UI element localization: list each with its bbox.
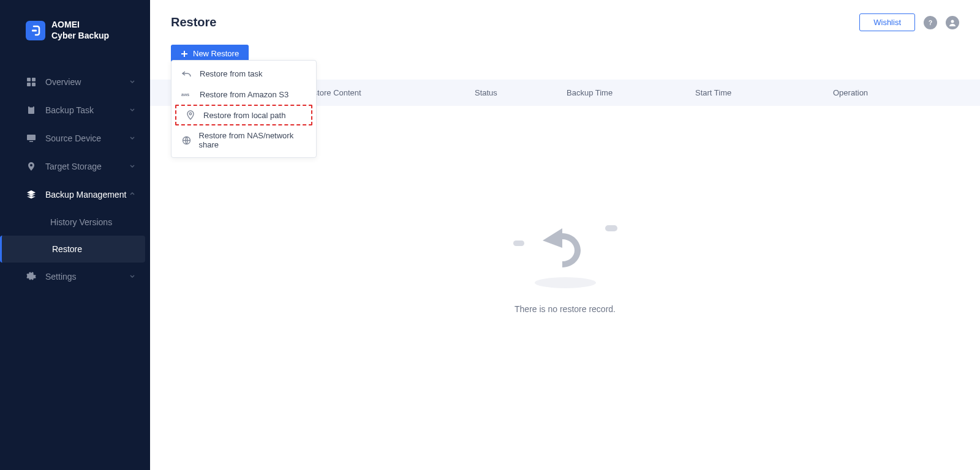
sidebar-item-label: Source Device — [45, 133, 129, 143]
gear-icon — [26, 271, 37, 282]
chevron-down-icon — [129, 106, 137, 114]
help-button[interactable]: ? — [924, 16, 937, 29]
chevron-down-icon — [129, 163, 137, 170]
svg-point-12 — [189, 113, 191, 114]
svg-rect-1 — [27, 78, 31, 81]
col-backup-time: Backup Time — [567, 88, 695, 97]
dashboard-icon — [26, 76, 37, 88]
col-restore-content: Restore Content — [303, 88, 475, 97]
svg-rect-6 — [29, 106, 33, 108]
dropdown-item-from-nas[interactable]: Restore from NAS/network share — [172, 125, 316, 155]
empty-illustration — [513, 222, 617, 289]
col-status: Status — [475, 88, 567, 97]
chevron-down-icon — [129, 78, 137, 86]
clipboard-icon — [26, 105, 37, 116]
chevron-down-icon — [129, 135, 137, 142]
dropdown-item-from-s3[interactable]: aws Restore from Amazon S3 — [172, 84, 316, 105]
svg-rect-0 — [32, 29, 37, 31]
monitor-icon — [26, 133, 37, 144]
svg-point-10 — [951, 20, 954, 23]
chevron-up-icon — [129, 191, 137, 198]
globe-icon — [181, 135, 192, 145]
dropdown-item-label: Restore from NAS/network share — [199, 131, 306, 149]
logo-area: AOMEI Cyber Backup — [0, 15, 150, 53]
sidebar-sub-label: Restore — [52, 244, 82, 254]
sidebar-sub-backup-management: History Versions Restore — [0, 209, 150, 263]
layers-icon — [26, 189, 37, 200]
dropdown-item-label: Restore from task — [200, 69, 263, 78]
sidebar-item-label: Settings — [45, 272, 129, 282]
sidebar-item-label: Backup Management — [45, 190, 129, 200]
sidebar-sub-label: History Versions — [50, 217, 112, 227]
sidebar-item-label: Target Storage — [45, 162, 129, 171]
empty-message: There is no restore record. — [514, 304, 616, 314]
sidebar: AOMEI Cyber Backup Overview Backup Task — [0, 0, 150, 470]
sidebar-item-overview[interactable]: Overview — [0, 68, 150, 96]
new-restore-dropdown: Restore from task aws Restore from Amazo… — [171, 60, 317, 158]
brand-line1: AOMEI — [51, 20, 109, 31]
cloud-icon — [513, 241, 524, 246]
user-icon — [948, 18, 957, 27]
dropdown-item-label: Restore from local path — [203, 111, 285, 120]
col-start-time: Start Time — [695, 88, 833, 97]
svg-text:?: ? — [929, 19, 932, 26]
main-content: Restore Wishlist ? New Restore — [150, 0, 980, 470]
new-restore-label: New Restore — [193, 49, 239, 58]
user-avatar-button[interactable] — [946, 16, 959, 29]
svg-rect-5 — [28, 106, 34, 114]
header: Restore Wishlist ? — [150, 0, 980, 45]
sidebar-item-backup-management[interactable]: Backup Management — [0, 181, 150, 209]
header-actions: Wishlist ? — [859, 13, 959, 31]
sidebar-sub-restore[interactable]: Restore — [0, 236, 145, 263]
shadow-shape — [535, 277, 596, 288]
dropdown-item-label: Restore from Amazon S3 — [200, 90, 288, 99]
svg-rect-7 — [27, 135, 36, 140]
dropdown-item-from-task[interactable]: Restore from task — [172, 63, 316, 84]
plus-icon — [181, 50, 188, 58]
brand-name: AOMEI Cyber Backup — [51, 20, 109, 41]
location-icon — [26, 161, 37, 172]
sidebar-item-target-storage[interactable]: Target Storage — [0, 152, 150, 181]
app-root: AOMEI Cyber Backup Overview Backup Task — [0, 0, 980, 470]
col-operation: Operation — [833, 88, 968, 97]
location-icon — [185, 110, 196, 120]
dropdown-item-from-local[interactable]: Restore from local path — [175, 105, 312, 125]
brand-logo-icon — [26, 21, 45, 40]
 — [538, 228, 586, 272]
undo-icon — [181, 69, 192, 78]
sidebar-item-label: Backup Task — [45, 105, 129, 115]
sidebar-item-source-device[interactable]: Source Device — [0, 124, 150, 152]
cloud-icon — [605, 225, 617, 231]
svg-text:aws: aws — [181, 92, 189, 97]
help-icon: ? — [927, 19, 934, 26]
empty-state: There is no restore record. — [150, 222, 980, 314]
page-title: Restore — [171, 15, 216, 29]
sidebar-sub-history-versions[interactable]: History Versions — [45, 209, 150, 236]
sidebar-item-backup-task[interactable]: Backup Task — [0, 96, 150, 124]
chevron-down-icon — [129, 273, 137, 280]
brand-line2: Cyber Backup — [51, 31, 109, 42]
sidebar-item-settings[interactable]: Settings — [0, 263, 150, 291]
sidebar-item-label: Overview — [45, 77, 129, 87]
svg-rect-3 — [27, 83, 31, 86]
aws-icon: aws — [181, 89, 192, 99]
svg-rect-8 — [29, 141, 33, 143]
nav: Overview Backup Task Source Device — [0, 68, 150, 291]
svg-rect-4 — [32, 83, 36, 86]
wishlist-button[interactable]: Wishlist — [859, 13, 915, 31]
svg-rect-2 — [32, 78, 36, 81]
